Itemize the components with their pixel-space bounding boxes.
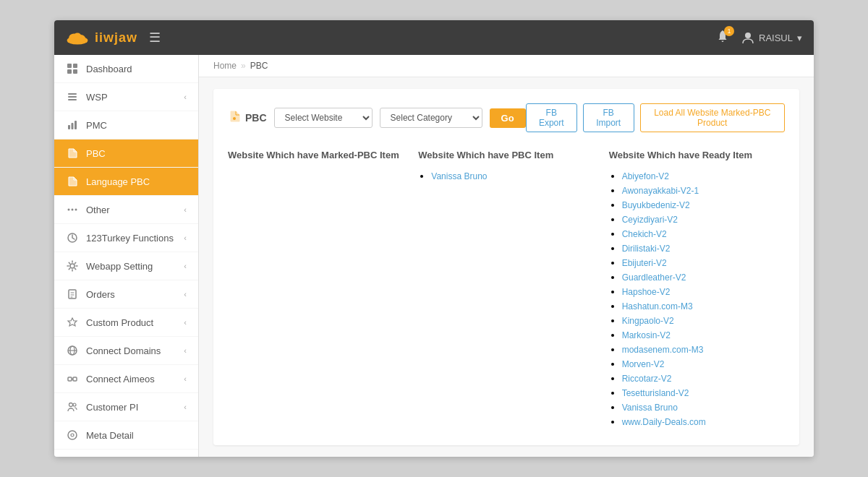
ready-item-link[interactable]: Kingpaolo-V2 [622, 316, 674, 326]
pbc-title-text: PBC [245, 112, 267, 124]
ready-item-link[interactable]: modasenem.com-M3 [622, 345, 704, 355]
ready-item-link[interactable]: Awonayakkabi-V2-1 [622, 186, 699, 196]
sidebar-item-pmc[interactable]: PMC [54, 111, 198, 139]
ready-item-link[interactable]: Hashatun.com-M3 [622, 301, 693, 311]
load-all-button[interactable]: Load All Website Marked-PBC Product [640, 103, 786, 132]
list-item: Buyukbedeniz-V2 [622, 199, 785, 210]
fb-import-button[interactable]: FB Import [583, 103, 634, 132]
hamburger-button[interactable]: ☰ [149, 30, 161, 46]
sidebar-item-meta-detail[interactable]: Meta Detail [54, 421, 198, 450]
connect-aimeos-icon [66, 372, 79, 385]
list-item: Dirilistaki-V2 [622, 243, 785, 254]
sidebar-item-customer-pi[interactable]: Customer PI ‹ [54, 393, 198, 421]
ready-item-link[interactable]: www.Daily-Deals.com [622, 417, 706, 427]
sidebar-item-wsp[interactable]: WSP ‹ [54, 83, 198, 111]
svg-point-26 [69, 403, 73, 407]
select-category[interactable]: Select Category [380, 108, 482, 128]
sidebar-label-123turkey: 123Turkey Functions [86, 233, 174, 244]
other-icon [66, 203, 79, 216]
ready-item-link[interactable]: Chekich-V2 [622, 229, 667, 239]
ready-item-link[interactable]: Vanissa Bruno [622, 403, 678, 413]
svg-rect-5 [67, 64, 72, 68]
svg-point-15 [68, 209, 70, 211]
sidebar-item-orders[interactable]: Orders ‹ [54, 280, 198, 309]
notification-button[interactable]: 1 [715, 29, 730, 47]
toolbar-right: FB Export FB Import Load All Website Mar… [526, 103, 785, 132]
sidebar-item-dashboard[interactable]: Dashboard [54, 55, 198, 83]
content-area: Home » PBC [199, 55, 814, 457]
sidebar-label-custom-product: Custom Product [86, 317, 153, 328]
ready-item-link[interactable]: Markosin-V2 [622, 330, 671, 340]
orders-icon [66, 288, 79, 301]
webapp-chevron: ‹ [184, 262, 187, 270]
pmc-icon [66, 119, 79, 132]
toolbar-left: PBC Select Website Select Category Go [228, 108, 526, 128]
ready-item-link[interactable]: Morven-V2 [622, 359, 665, 369]
customer-pi-icon [66, 400, 79, 413]
list-item: Hashatun.com-M3 [622, 301, 785, 311]
ready-item-link[interactable]: Ceyizdiyari-V2 [622, 215, 678, 225]
sidebar-label-orders: Orders [86, 289, 115, 300]
sidebar-label-wsp: WSP [86, 92, 108, 103]
ready-item-link[interactable]: Abiyefon-V2 [622, 171, 669, 181]
ready-item-link[interactable]: Hapshoe-V2 [622, 287, 671, 297]
list-item: modasenem.com-M3 [622, 344, 785, 355]
column-title-pbc-item: Website Which have PBC Item [418, 150, 594, 160]
logo-text: iiwjaw [95, 30, 137, 46]
user-icon [741, 31, 754, 44]
column-title-ready-item: Website Which have Ready Item [609, 150, 785, 160]
pbc-icon [66, 147, 79, 160]
list-item: Kingpaolo-V2 [622, 315, 785, 326]
list-item: Riccotarz-V2 [622, 373, 785, 384]
ready-item-link[interactable]: Riccotarz-V2 [622, 374, 672, 384]
sidebar-item-pbc[interactable]: PBC [54, 139, 198, 168]
orders-chevron: ‹ [184, 290, 187, 298]
ready-item-link[interactable]: Ebijuteri-V2 [622, 258, 667, 268]
user-chevron: ▾ [797, 33, 802, 43]
ready-item-link[interactable]: Buyukbedeniz-V2 [622, 200, 690, 210]
list-item: www.Daily-Deals.com [622, 416, 785, 427]
sidebar-item-connect-aimeos[interactable]: Connect Aimeos ‹ [54, 365, 198, 393]
notification-badge: 1 [724, 26, 734, 36]
select-website[interactable]: Select Website [274, 108, 373, 128]
breadcrumb-home: Home [213, 61, 237, 71]
sidebar-item-webapp-setting[interactable]: Webapp Setting ‹ [54, 252, 198, 280]
pbc-title: PBC [228, 110, 267, 126]
column-pbc-item: Website Which have PBC Item Vanissa Brun… [418, 150, 594, 431]
custom-product-chevron: ‹ [184, 318, 187, 327]
ready-item-link[interactable]: Tesetturisland-V2 [622, 388, 689, 398]
sidebar-item-123turkey[interactable]: 123Turkey Functions ‹ [54, 224, 198, 252]
list-item: Markosin-V2 [622, 330, 785, 340]
svg-point-17 [75, 209, 77, 211]
go-button[interactable]: Go [490, 108, 526, 128]
list-item: Guardleather-V2 [622, 272, 785, 283]
custom-product-icon [66, 316, 79, 329]
wsp-chevron: ‹ [184, 93, 187, 101]
user-menu-button[interactable]: RAISUL ▾ [741, 31, 802, 44]
ready-item-link[interactable]: Guardleather-V2 [622, 272, 686, 283]
svg-point-27 [73, 403, 76, 406]
svg-point-19 [70, 264, 75, 268]
sidebar-item-connect-domains[interactable]: Connect Domains ‹ [54, 337, 198, 365]
pbc-item-link-vanissa[interactable]: Vanissa Bruno [431, 171, 487, 181]
svg-rect-25 [73, 377, 77, 381]
sidebar-item-language-pbc[interactable]: Language PBC [54, 168, 198, 196]
svg-rect-11 [68, 99, 77, 100]
connect-domains-chevron: ‹ [184, 346, 187, 355]
sidebar-item-custom-product[interactable]: Custom Product ‹ [54, 309, 198, 337]
top-bar: iiwjaw ☰ 1 RAISUL ▾ [54, 20, 814, 55]
sidebar-item-other[interactable]: Other ‹ [54, 196, 198, 224]
logo-cloud-icon [66, 30, 89, 46]
toolbar: PBC Select Website Select Category Go F [228, 103, 785, 132]
column-marked-pbc: Website Which have Marked-PBC Item [228, 150, 404, 431]
svg-point-4 [745, 33, 751, 38]
svg-rect-7 [67, 69, 72, 74]
ready-item-link[interactable]: Dirilistaki-V2 [622, 244, 671, 254]
dashboard-icon [66, 62, 79, 75]
sidebar-label-connect-domains: Connect Domains [86, 345, 161, 356]
svg-rect-9 [68, 93, 77, 95]
pbc-item-list: Vanissa Bruno [418, 171, 594, 181]
connect-domains-icon [66, 344, 79, 357]
other-chevron: ‹ [184, 205, 187, 214]
fb-export-button[interactable]: FB Export [526, 103, 577, 132]
